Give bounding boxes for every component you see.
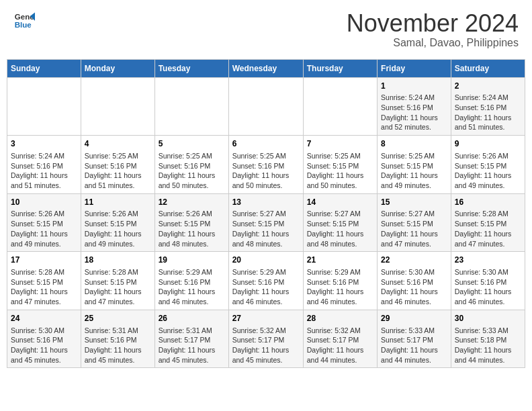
weekday-thursday: Thursday	[303, 59, 377, 77]
day-cell: 23Sunrise: 5:30 AM Sunset: 5:16 PM Dayli…	[451, 252, 525, 310]
day-cell: 3Sunrise: 5:24 AM Sunset: 5:16 PM Daylig…	[7, 136, 81, 194]
day-number: 18	[85, 255, 151, 266]
day-info: Sunrise: 5:27 AM Sunset: 5:15 PM Dayligh…	[307, 210, 364, 247]
week-row-5: 24Sunrise: 5:30 AM Sunset: 5:16 PM Dayli…	[7, 310, 525, 368]
day-info: Sunrise: 5:28 AM Sunset: 5:15 PM Dayligh…	[455, 210, 512, 247]
day-number: 16	[455, 197, 521, 208]
day-info: Sunrise: 5:26 AM Sunset: 5:15 PM Dayligh…	[85, 210, 142, 247]
day-number: 2	[455, 81, 521, 92]
day-cell: 7Sunrise: 5:25 AM Sunset: 5:15 PM Daylig…	[303, 136, 377, 194]
day-number: 6	[232, 138, 300, 150]
day-cell: 26Sunrise: 5:31 AM Sunset: 5:17 PM Dayli…	[154, 310, 228, 368]
day-number: 10	[11, 197, 77, 208]
day-cell: 17Sunrise: 5:28 AM Sunset: 5:15 PM Dayli…	[7, 252, 81, 310]
weekday-monday: Monday	[81, 59, 154, 77]
weekday-header-row: SundayMondayTuesdayWednesdayThursdayFrid…	[7, 59, 525, 77]
day-cell: 6Sunrise: 5:25 AM Sunset: 5:16 PM Daylig…	[228, 136, 303, 194]
day-cell: 5Sunrise: 5:25 AM Sunset: 5:16 PM Daylig…	[154, 136, 228, 194]
day-cell: 19Sunrise: 5:29 AM Sunset: 5:16 PM Dayli…	[154, 252, 228, 310]
title-block: November 2024 Samal, Davao, Philippines	[347, 10, 519, 49]
day-cell: 29Sunrise: 5:33 AM Sunset: 5:17 PM Dayli…	[378, 310, 451, 368]
day-number: 20	[232, 255, 300, 266]
day-number: 13	[232, 197, 300, 208]
day-cell: 28Sunrise: 5:32 AM Sunset: 5:17 PM Dayli…	[303, 310, 377, 368]
day-info: Sunrise: 5:25 AM Sunset: 5:15 PM Dayligh…	[307, 152, 364, 189]
day-info: Sunrise: 5:26 AM Sunset: 5:15 PM Dayligh…	[11, 210, 68, 247]
month-title: November 2024	[347, 10, 519, 37]
day-cell: 2Sunrise: 5:24 AM Sunset: 5:16 PM Daylig…	[451, 77, 525, 136]
day-number: 4	[85, 138, 151, 150]
day-number: 17	[11, 255, 77, 266]
day-cell: 8Sunrise: 5:25 AM Sunset: 5:15 PM Daylig…	[378, 136, 451, 194]
day-number: 14	[307, 197, 373, 208]
day-info: Sunrise: 5:29 AM Sunset: 5:16 PM Dayligh…	[307, 268, 364, 306]
day-number: 7	[307, 138, 373, 150]
day-number: 9	[455, 138, 521, 150]
day-info: Sunrise: 5:30 AM Sunset: 5:16 PM Dayligh…	[11, 326, 68, 364]
week-row-1: 1Sunrise: 5:24 AM Sunset: 5:16 PM Daylig…	[7, 77, 525, 136]
day-info: Sunrise: 5:30 AM Sunset: 5:16 PM Dayligh…	[381, 268, 438, 306]
day-info: Sunrise: 5:24 AM Sunset: 5:16 PM Dayligh…	[11, 152, 68, 189]
day-cell: 12Sunrise: 5:26 AM Sunset: 5:15 PM Dayli…	[154, 193, 228, 252]
week-row-4: 17Sunrise: 5:28 AM Sunset: 5:15 PM Dayli…	[7, 252, 525, 310]
day-cell: 10Sunrise: 5:26 AM Sunset: 5:15 PM Dayli…	[7, 193, 81, 252]
day-info: Sunrise: 5:25 AM Sunset: 5:16 PM Dayligh…	[232, 152, 290, 189]
weekday-friday: Friday	[378, 59, 451, 77]
weekday-wednesday: Wednesday	[228, 59, 303, 77]
day-number: 28	[307, 313, 373, 324]
day-number: 27	[232, 313, 300, 324]
day-info: Sunrise: 5:28 AM Sunset: 5:15 PM Dayligh…	[11, 268, 68, 306]
day-number: 23	[455, 255, 521, 266]
day-number: 11	[85, 197, 151, 208]
day-info: Sunrise: 5:32 AM Sunset: 5:17 PM Dayligh…	[307, 326, 364, 364]
day-info: Sunrise: 5:30 AM Sunset: 5:16 PM Dayligh…	[455, 268, 512, 306]
day-number: 5	[159, 138, 225, 150]
day-info: Sunrise: 5:31 AM Sunset: 5:16 PM Dayligh…	[85, 326, 142, 364]
day-number: 26	[159, 313, 225, 324]
weekday-saturday: Saturday	[451, 59, 525, 77]
day-info: Sunrise: 5:26 AM Sunset: 5:15 PM Dayligh…	[455, 152, 512, 189]
day-info: Sunrise: 5:26 AM Sunset: 5:15 PM Dayligh…	[159, 210, 216, 247]
day-number: 15	[381, 197, 447, 208]
day-cell: 4Sunrise: 5:25 AM Sunset: 5:16 PM Daylig…	[81, 136, 154, 194]
day-number: 12	[159, 197, 225, 208]
day-info: Sunrise: 5:27 AM Sunset: 5:15 PM Dayligh…	[381, 210, 438, 247]
week-row-3: 10Sunrise: 5:26 AM Sunset: 5:15 PM Dayli…	[7, 193, 525, 252]
logo-icon: General Blue	[13, 10, 35, 32]
day-info: Sunrise: 5:25 AM Sunset: 5:16 PM Dayligh…	[85, 152, 142, 189]
day-number: 1	[381, 81, 447, 92]
day-cell: 13Sunrise: 5:27 AM Sunset: 5:15 PM Dayli…	[228, 193, 303, 252]
logo: General Blue	[13, 10, 35, 32]
day-info: Sunrise: 5:31 AM Sunset: 5:17 PM Dayligh…	[159, 326, 216, 364]
day-cell	[81, 77, 154, 136]
day-number: 24	[11, 313, 77, 324]
week-row-2: 3Sunrise: 5:24 AM Sunset: 5:16 PM Daylig…	[7, 136, 525, 194]
day-info: Sunrise: 5:25 AM Sunset: 5:15 PM Dayligh…	[381, 152, 438, 189]
calendar-table: SundayMondayTuesdayWednesdayThursdayFrid…	[7, 59, 525, 369]
day-number: 25	[85, 313, 151, 324]
day-cell: 16Sunrise: 5:28 AM Sunset: 5:15 PM Dayli…	[451, 193, 525, 252]
day-number: 8	[381, 138, 447, 150]
day-cell	[303, 77, 377, 136]
day-info: Sunrise: 5:32 AM Sunset: 5:17 PM Dayligh…	[232, 326, 290, 364]
day-cell: 9Sunrise: 5:26 AM Sunset: 5:15 PM Daylig…	[451, 136, 525, 194]
day-cell: 11Sunrise: 5:26 AM Sunset: 5:15 PM Dayli…	[81, 193, 154, 252]
day-cell: 20Sunrise: 5:29 AM Sunset: 5:16 PM Dayli…	[228, 252, 303, 310]
day-info: Sunrise: 5:28 AM Sunset: 5:15 PM Dayligh…	[85, 268, 142, 306]
day-number: 19	[159, 255, 225, 266]
day-info: Sunrise: 5:29 AM Sunset: 5:16 PM Dayligh…	[159, 268, 216, 306]
day-cell: 15Sunrise: 5:27 AM Sunset: 5:15 PM Dayli…	[378, 193, 451, 252]
day-cell: 14Sunrise: 5:27 AM Sunset: 5:15 PM Dayli…	[303, 193, 377, 252]
day-cell: 30Sunrise: 5:33 AM Sunset: 5:18 PM Dayli…	[451, 310, 525, 368]
day-info: Sunrise: 5:25 AM Sunset: 5:16 PM Dayligh…	[159, 152, 216, 189]
page-header: General Blue November 2024 Samal, Davao,…	[7, 7, 525, 52]
day-cell: 22Sunrise: 5:30 AM Sunset: 5:16 PM Dayli…	[378, 252, 451, 310]
day-info: Sunrise: 5:27 AM Sunset: 5:15 PM Dayligh…	[232, 210, 290, 247]
day-info: Sunrise: 5:33 AM Sunset: 5:17 PM Dayligh…	[381, 326, 438, 364]
day-number: 3	[11, 138, 77, 150]
day-cell: 25Sunrise: 5:31 AM Sunset: 5:16 PM Dayli…	[81, 310, 154, 368]
weekday-tuesday: Tuesday	[154, 59, 228, 77]
day-info: Sunrise: 5:29 AM Sunset: 5:16 PM Dayligh…	[232, 268, 290, 306]
day-info: Sunrise: 5:24 AM Sunset: 5:16 PM Dayligh…	[381, 93, 438, 131]
svg-text:Blue: Blue	[15, 21, 32, 29]
